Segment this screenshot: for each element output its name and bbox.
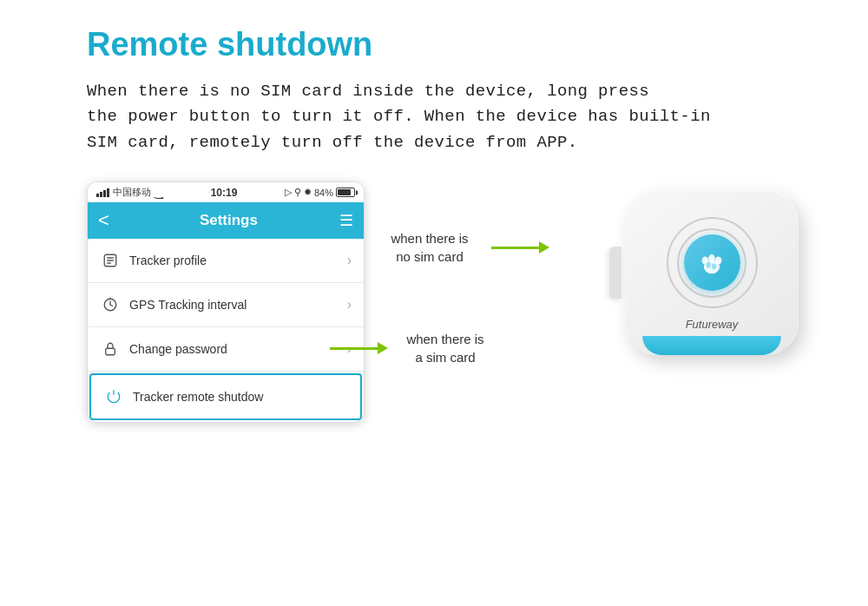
sim-card-label: when there isa sim card <box>393 330 497 366</box>
tracker-device: Futureway <box>625 190 799 355</box>
statusbar-left: 中国移动 ‿̲ <box>96 186 163 199</box>
bluetooth-icon: ✸ <box>304 187 312 198</box>
wifi-icon: ‿̲ <box>155 187 163 199</box>
remote-shutdown-label: Tracker remote shutdow <box>133 390 348 404</box>
power-icon <box>103 386 124 407</box>
paw-icon <box>695 247 728 280</box>
battery-label: 84% <box>314 188 333 198</box>
settings-list: Tracker profile › GPS Tracking interval … <box>88 239 364 420</box>
no-sim-arrow <box>491 241 549 254</box>
chevron-right-icon2: › <box>347 297 352 313</box>
nav-icon: ⚲ <box>294 187 301 198</box>
svg-rect-6 <box>106 349 115 356</box>
change-password-label: Change password <box>129 342 347 356</box>
page-title: Remote shutdown <box>87 26 816 63</box>
tracker-bottom-accent <box>642 336 781 355</box>
gps-interval-label: GPS Tracking interval <box>129 298 347 312</box>
statusbar-time: 10:19 <box>211 187 238 199</box>
svg-point-9 <box>708 254 715 262</box>
tracker-profile-label: Tracker profile <box>129 254 347 267</box>
paw-circle <box>684 234 740 291</box>
location-icon: ▷ <box>285 187 292 198</box>
nav-title: Settings <box>118 212 339 229</box>
settings-item-change-password[interactable]: Change password › <box>88 327 364 372</box>
settings-item-gps-interval[interactable]: GPS Tracking interval › <box>88 283 364 327</box>
carrier-label: 中国移动 <box>113 186 151 199</box>
main-container: Remote shutdown When there is no SIM car… <box>0 0 868 606</box>
svg-point-11 <box>707 262 711 268</box>
chevron-right-icon: › <box>347 253 352 268</box>
nav-menu-button[interactable]: ☰ <box>339 211 353 230</box>
device-area: Futureway <box>608 181 816 355</box>
signal-icon <box>96 188 109 197</box>
no-sim-label: when there isno sim card <box>373 229 486 266</box>
settings-item-remote-shutdown[interactable]: Tracker remote shutdow <box>89 373 362 420</box>
tracker-profile-icon <box>100 250 121 271</box>
middle-area: when there isno sim card when there isa … <box>382 181 590 366</box>
sim-arrow <box>330 342 388 354</box>
description: When there is no SIM card inside the dev… <box>87 79 799 155</box>
svg-point-12 <box>712 263 716 269</box>
svg-point-10 <box>715 256 722 264</box>
phone-mockup: 中国移动 ‿̲ 10:19 ▷ ⚲ ✸ 84% < Settings <box>87 181 365 423</box>
gps-interval-icon <box>100 294 121 315</box>
battery-icon <box>336 188 355 197</box>
statusbar-right: ▷ ⚲ ✸ 84% <box>285 187 355 198</box>
phone-navbar: < Settings ☰ <box>88 202 364 239</box>
phone-statusbar: 中国移动 ‿̲ 10:19 ▷ ⚲ ✸ 84% <box>88 182 364 202</box>
nav-back-button[interactable]: < <box>98 209 109 232</box>
password-icon <box>100 339 121 359</box>
no-sim-row: when there isno sim card <box>373 229 549 266</box>
sim-card-row: when there isa sim card <box>330 330 497 366</box>
content-row: 中国移动 ‿̲ 10:19 ▷ ⚲ ✸ 84% < Settings <box>87 181 816 423</box>
brand-label: Futureway <box>686 318 739 331</box>
paw-area <box>664 215 760 311</box>
settings-item-tracker-profile[interactable]: Tracker profile › <box>88 239 364 283</box>
